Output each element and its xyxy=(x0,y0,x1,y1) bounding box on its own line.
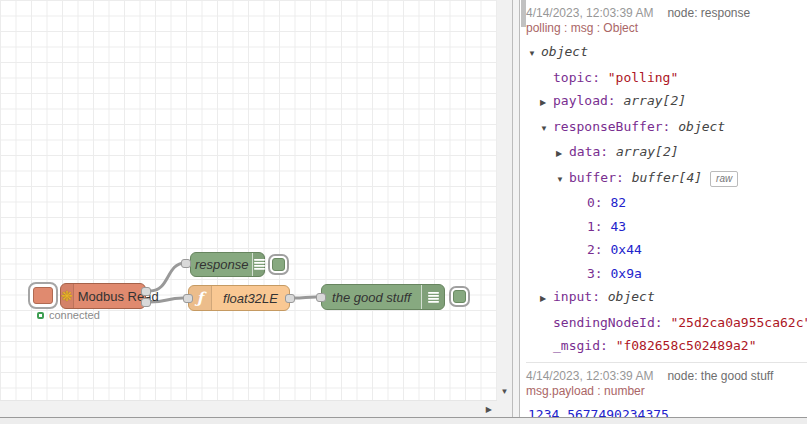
debug-tree-row: 1: 43 xyxy=(526,215,807,239)
good-stuff-input-port[interactable] xyxy=(316,293,326,302)
scrollbar-corner xyxy=(497,400,512,417)
json-number-value: 43 xyxy=(610,219,626,234)
debug-icon xyxy=(421,285,444,309)
sidebar-scrollbar-thumb[interactable] xyxy=(521,0,526,27)
modbus-node-button[interactable] xyxy=(28,282,58,309)
sidebar-splitter[interactable] xyxy=(512,0,520,417)
debug-tree-row: ▶input: object xyxy=(526,285,807,311)
flow-canvas[interactable]: ❋ Modbus Read connected response xyxy=(0,0,497,400)
node-modbus-read[interactable]: ❋ Modbus Read xyxy=(60,283,146,309)
collapse-arrow-icon[interactable]: ▼ xyxy=(540,117,553,141)
scroll-right-arrow-icon[interactable]: ▶ xyxy=(486,402,492,417)
wire[interactable] xyxy=(150,263,185,291)
function-f-icon: ƒ xyxy=(197,289,203,307)
expand-arrow-icon[interactable]: ▶ xyxy=(556,142,569,166)
modbus-gear-icon: ❋ xyxy=(61,289,73,303)
node-float32le[interactable]: ƒ float32LE xyxy=(188,285,290,311)
json-key: 1: xyxy=(587,219,610,234)
debug-tree-row: ▼responseBuffer: object xyxy=(526,115,807,141)
json-key: responseBuffer: xyxy=(553,119,678,134)
modbus-node-button-fill xyxy=(33,287,53,304)
debug-message: 4/14/2023, 12:03:39 AMnode: the good stu… xyxy=(526,363,807,418)
json-number-value: 0x44 xyxy=(610,242,641,257)
debug-message-meta: 4/14/2023, 12:03:39 AMnode: the good stu… xyxy=(526,363,807,381)
debug-tree-row: ▼object xyxy=(526,40,807,66)
modbus-status: connected xyxy=(37,309,100,321)
good-stuff-enable-button[interactable] xyxy=(449,286,470,307)
debug-tree-row: ▶data: array[2] xyxy=(526,140,807,166)
response-enable-button-fill xyxy=(272,258,285,271)
json-type-label: array[2] xyxy=(623,93,686,108)
debug-tree-row: ▼buffer: buffer[4]raw xyxy=(526,166,807,192)
debug-source-node[interactable]: node: the good stuff xyxy=(667,369,773,383)
canvas-horizontal-scrollbar[interactable]: ▶ xyxy=(0,400,497,417)
node-label: float32LE xyxy=(212,291,289,306)
float32le-output-port[interactable] xyxy=(285,294,295,303)
debug-list-icon xyxy=(427,291,440,304)
json-string-value: "polling" xyxy=(608,70,678,85)
debug-list-icon xyxy=(253,258,266,271)
debug-message-topic: msg.payload : number xyxy=(526,381,807,401)
canvas-vertical-scrollbar[interactable]: ▼ xyxy=(497,0,512,400)
debug-source-node[interactable]: node: response xyxy=(667,6,750,20)
json-number-value: 1234.5677490234375 xyxy=(528,407,669,418)
debug-tree-row: 2: 0x44 xyxy=(526,238,807,262)
collapse-arrow-icon[interactable]: ▼ xyxy=(528,42,541,66)
debug-message-list: 4/14/2023, 12:03:39 AMnode: responsepoll… xyxy=(526,0,807,417)
modbus-output-port-1[interactable] xyxy=(141,287,151,296)
node-response[interactable]: response xyxy=(190,252,265,277)
collapse-arrow-icon[interactable]: ▼ xyxy=(556,168,569,192)
json-key: sendingNodeId: xyxy=(553,315,670,330)
debug-message-meta: 4/14/2023, 12:03:39 AMnode: response xyxy=(526,0,807,18)
json-string-value: "f082658c502489a2" xyxy=(616,338,757,353)
modbus-output-port-2[interactable] xyxy=(141,298,151,307)
debug-tree-row: _msgid: "f082658c502489a2" xyxy=(526,334,807,358)
json-type-label: buffer[4] xyxy=(632,170,702,185)
expand-arrow-icon[interactable]: ▶ xyxy=(540,91,553,115)
wire[interactable] xyxy=(294,297,316,298)
json-key: 2: xyxy=(587,242,610,257)
window-footer xyxy=(0,417,807,424)
debug-tree-row: 1234.5677490234375 xyxy=(526,403,807,418)
json-key: data: xyxy=(569,144,616,159)
node-the-good-stuff[interactable]: the good stuff xyxy=(321,284,445,310)
debug-message-topic: polling : msg : Object xyxy=(526,18,807,38)
debug-message: 4/14/2023, 12:03:39 AMnode: responsepoll… xyxy=(526,0,807,363)
debug-tree-row: sendingNodeId: "25d2ca0a955ca62c" xyxy=(526,311,807,335)
json-key: _msgid: xyxy=(553,338,616,353)
json-string-value: "25d2ca0a955ca62c" xyxy=(670,315,807,330)
json-number-value: 0x9a xyxy=(610,266,641,281)
json-key: topic: xyxy=(553,70,608,85)
response-input-port[interactable] xyxy=(181,259,191,268)
debug-timestamp: 4/14/2023, 12:03:39 AM xyxy=(526,6,653,20)
status-label: connected xyxy=(49,309,100,321)
scroll-down-arrow-icon[interactable]: ▼ xyxy=(497,385,512,399)
debug-tree-row: 0: 82 xyxy=(526,191,807,215)
good-stuff-enable-button-fill xyxy=(453,290,466,303)
float32le-input-port[interactable] xyxy=(183,294,193,303)
debug-json-tree: 1234.5677490234375 xyxy=(526,401,807,418)
json-key: 0: xyxy=(587,195,610,210)
node-red-app: ❋ Modbus Read connected response xyxy=(0,0,807,424)
json-key: 3: xyxy=(587,266,610,281)
debug-tree-row: topic: "polling" xyxy=(526,66,807,90)
debug-tree-row: ▶payload: array[2] xyxy=(526,89,807,115)
debug-tree-row: 3: 0x9a xyxy=(526,262,807,286)
debug-timestamp: 4/14/2023, 12:03:39 AM xyxy=(526,369,653,383)
modbus-icon: ❋ xyxy=(61,284,74,308)
json-number-value: 82 xyxy=(610,195,626,210)
expand-arrow-icon[interactable]: ▶ xyxy=(540,287,553,311)
debug-sidebar: 4/14/2023, 12:03:39 AMnode: responsepoll… xyxy=(520,0,807,417)
json-type-label: array[2] xyxy=(616,144,679,159)
raw-toggle-button[interactable]: raw xyxy=(710,171,738,187)
node-label: response xyxy=(191,257,252,272)
wires-layer xyxy=(0,0,497,400)
debug-icon xyxy=(252,253,266,276)
json-type-label: object xyxy=(678,119,725,134)
debug-json-tree: ▼objecttopic: "polling"▶payload: array[2… xyxy=(526,38,807,358)
json-key: input: xyxy=(553,289,608,304)
json-type-label: object xyxy=(608,289,655,304)
json-key: buffer: xyxy=(569,170,632,185)
json-key: payload: xyxy=(553,93,623,108)
response-enable-button[interactable] xyxy=(268,254,289,275)
